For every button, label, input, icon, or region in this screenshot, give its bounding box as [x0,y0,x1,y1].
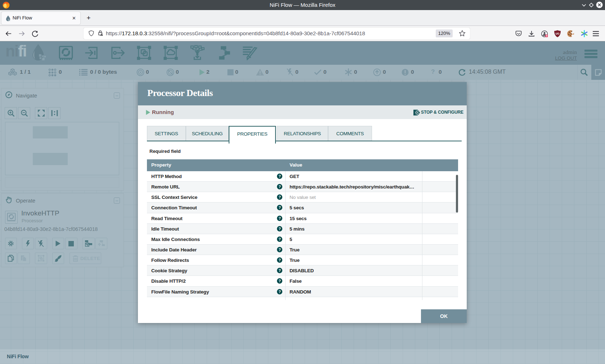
svg-text:UO: UO [556,32,560,35]
